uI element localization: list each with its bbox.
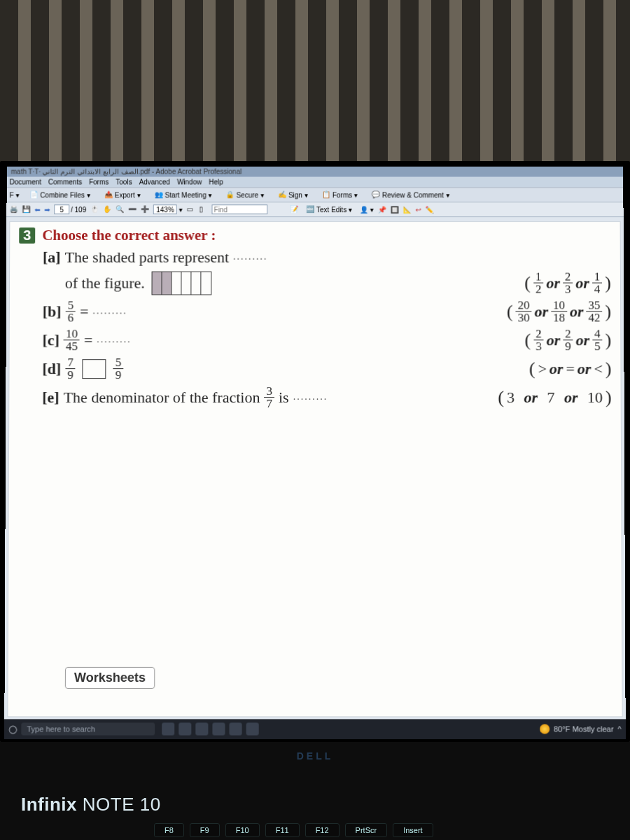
menu-window[interactable]: Window [177, 178, 202, 186]
menubar: Document Comments Forms Tools Advanced W… [7, 177, 624, 188]
taskbar-app2-icon[interactable] [195, 722, 208, 735]
menu-comments[interactable]: Comments [48, 178, 82, 186]
taskbar-icons [162, 722, 259, 735]
page-number-input[interactable] [54, 204, 69, 214]
document-page: 3 Choose the correct answer : [a] The sh… [7, 221, 622, 717]
more-tool-4-icon[interactable]: ✏️ [426, 206, 434, 214]
windows-taskbar: ◯ Type here to search 80°F Mostly clear … [4, 719, 626, 738]
forms-icon: 📋 [322, 190, 330, 199]
combine-icon: 📄 [29, 190, 38, 199]
key-f9[interactable]: F9 [190, 823, 220, 837]
zoom-out-icon[interactable]: ➖ [128, 205, 136, 214]
item-e-text: The denominator of the fraction [64, 388, 260, 407]
key-prtscr[interactable]: PrtScr [345, 823, 388, 837]
item-b: [b] 56 = ( 2030 or 1018 or 3542 ) [19, 299, 611, 323]
zoom-in-icon[interactable]: ➕ [141, 205, 149, 214]
question-heading: Choose the correct answer : [42, 227, 216, 244]
taskbar-cortana-icon[interactable] [162, 722, 174, 735]
laptop-body: DELL Infinix NOTE 10 F8 F9 F10 F11 F12 P… [0, 742, 630, 840]
answer-box [83, 359, 106, 379]
background-blinds [0, 0, 630, 168]
text-edits-icon: 🔤 [306, 205, 314, 214]
item-a-text1: The shaded parts represent [65, 248, 230, 267]
opt-gt: > [538, 360, 547, 378]
key-insert[interactable]: Insert [393, 823, 433, 837]
print-icon[interactable]: 🖨️ [9, 205, 18, 214]
screen: math T·T· الصف الرابع الابتدائي الترم ال… [4, 167, 626, 739]
opt-eq: = [566, 360, 574, 378]
nav-forward-icon[interactable]: ➡ [44, 206, 50, 214]
item-c: [c] 1045 = ( 23 or 29 or 45 ) [19, 328, 612, 352]
export-button[interactable]: 📤Export ▾ [101, 189, 144, 200]
more-tool-3-icon[interactable]: ↩ [416, 206, 421, 214]
secure-button[interactable]: 🔒Secure ▾ [223, 189, 267, 200]
item-c-label: [c] [43, 331, 59, 349]
blank-dots [97, 331, 131, 349]
fit-page-icon[interactable]: ▭ [187, 205, 195, 214]
more-tool-2-icon[interactable]: 📐 [403, 206, 412, 214]
key-f8[interactable]: F8 [154, 823, 184, 837]
taskbar-search[interactable]: Type here to search [21, 722, 155, 735]
sign-button[interactable]: ✍️Sign ▾ [274, 189, 312, 200]
blank-dots [293, 388, 328, 407]
taskbar-edge-icon[interactable] [212, 722, 225, 735]
zoom-tool-icon[interactable]: 🔍 [115, 205, 124, 214]
item-e: [e] The denominator of the fraction 37 i… [18, 385, 612, 410]
start-meeting-button[interactable]: 👥Start Meeting ▾ [151, 189, 216, 200]
key-f10[interactable]: F10 [225, 823, 260, 837]
item-a-text2: of the figure. [65, 274, 145, 292]
meeting-icon: 👥 [155, 190, 163, 199]
laptop-brand: Infinix NOTE 10 [21, 794, 161, 816]
taskbar-app3-icon[interactable] [230, 722, 242, 735]
save-icon[interactable]: 💾 [22, 205, 30, 214]
question-number: 3 [19, 227, 35, 244]
combine-files-button[interactable]: 📄Combine Files ▾ [26, 189, 94, 200]
taskbar-weather[interactable]: 80°F Mostly clear ^ [540, 724, 622, 734]
worksheets-tab[interactable]: Worksheets [65, 667, 155, 689]
forms-button[interactable]: 📋Forms ▾ [318, 189, 361, 200]
chevron-up-icon[interactable]: ^ [617, 724, 621, 733]
keyboard-fn-row: F8 F9 F10 F11 F12 PrtScr Insert [154, 823, 623, 837]
menu-document[interactable]: Document [10, 178, 41, 186]
sun-icon [540, 724, 550, 734]
blank-dots [233, 248, 267, 267]
review-icon: 💬 [372, 190, 380, 199]
key-f12[interactable]: F12 [305, 823, 340, 837]
item-d-label: [d] [42, 360, 61, 378]
menu-tools[interactable]: Tools [115, 178, 132, 186]
note-tool-icon[interactable]: 📝 [290, 205, 298, 214]
item-a-line2: of the figure. ( 12 or 23 or 14 ) [19, 271, 611, 295]
item-e-label: [e] [42, 388, 59, 407]
hand-tool-icon[interactable]: ✋ [103, 205, 111, 214]
opt-3: 3 [507, 388, 514, 407]
more-tool-1-icon[interactable]: 🔲 [391, 206, 399, 214]
item-a-label: [a] [43, 248, 61, 267]
item-d: [d] 79 59 ( > or = or < ) [18, 356, 611, 381]
sign-icon: ✍️ [278, 190, 286, 199]
stamp-tool-icon[interactable]: 👤 ▾ [360, 206, 374, 214]
cortana-icon[interactable]: ◯ [8, 724, 17, 734]
taskbar-app4-icon[interactable] [246, 722, 259, 735]
select-tool-icon[interactable]: 🖱️ [90, 205, 99, 214]
toolbar-primary: F ▾ 📄Combine Files ▾ 📤Export ▾ 👥Start Me… [7, 188, 624, 202]
window-title: math T·T· الصف الرابع الابتدائي الترم ال… [7, 167, 624, 177]
key-f11[interactable]: F11 [265, 823, 300, 837]
zoom-input[interactable] [153, 204, 177, 214]
monitor: math T·T· الصف الرابع الابتدائي الترم ال… [0, 161, 630, 742]
taskbar-app1-icon[interactable] [178, 722, 191, 735]
menu-advanced[interactable]: Advanced [139, 178, 170, 186]
menu-forms[interactable]: Forms [89, 178, 108, 186]
text-edits-button[interactable]: 🔤Text Edits ▾ [302, 204, 356, 215]
highlight-tool-icon[interactable]: 📌 [378, 206, 386, 214]
nav-back-icon[interactable]: ⬅ [34, 206, 40, 214]
toolbar-secondary: 🖨️ 💾 ⬅ ➡ / 109 🖱️ ✋ 🔍 ➖ ➕ ▾ ▭ ▯ 📝 🔤Text … [6, 202, 623, 217]
review-button[interactable]: 💬Review & Comment ▾ [368, 189, 453, 200]
opt-lt: < [594, 360, 603, 378]
monitor-brand: DELL [297, 750, 334, 762]
menu-help[interactable]: Help [209, 178, 223, 186]
lock-icon: 🔒 [226, 190, 234, 199]
item-b-label: [b] [43, 302, 62, 321]
opt-7: 7 [547, 388, 554, 407]
fit-width-icon[interactable]: ▯ [200, 205, 208, 214]
find-input[interactable] [212, 204, 268, 214]
